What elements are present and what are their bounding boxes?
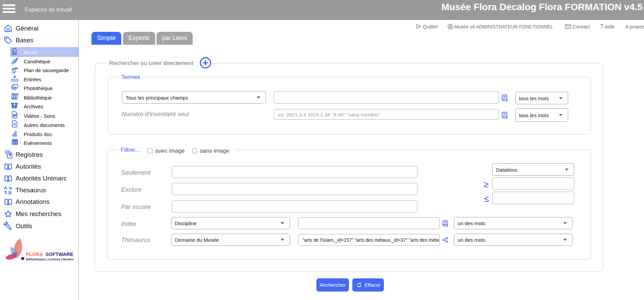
svg-text:A: A [4,186,7,191]
svg-text:FLORA: FLORA [26,252,43,257]
svg-text:SOFTWARE: SOFTWARE [45,252,73,257]
svg-text:B: B [8,190,12,195]
svg-text:Bibliothèques | Archives | Mus: Bibliothèques | Archives | Musées [26,258,74,261]
